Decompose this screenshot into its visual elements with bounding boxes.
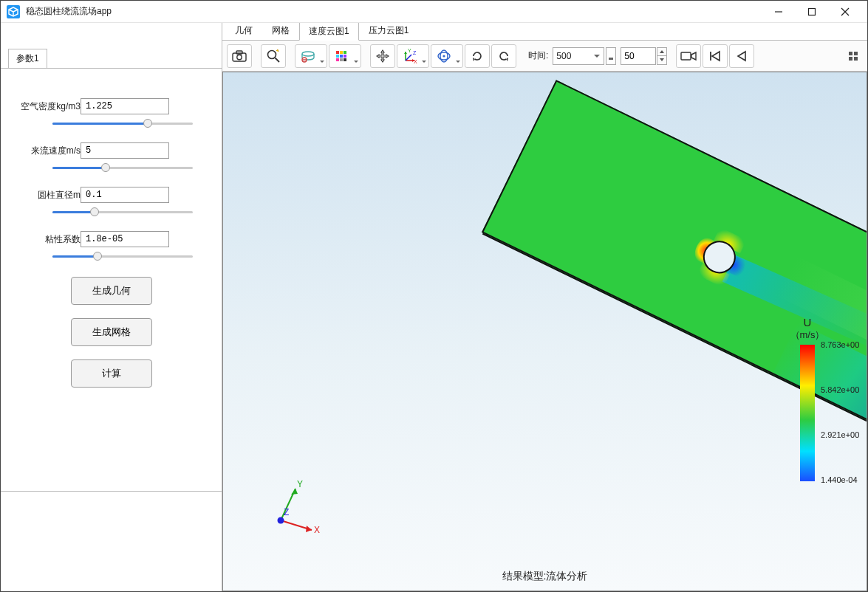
param-input-0[interactable] <box>81 98 169 114</box>
legend-title: U <box>763 316 852 328</box>
svg-point-7 <box>268 50 276 58</box>
svg-point-6 <box>237 55 242 59</box>
svg-marker-40 <box>712 52 720 61</box>
svg-rect-18 <box>336 58 339 61</box>
param-input-3[interactable] <box>81 231 169 247</box>
rotate-cw-button[interactable] <box>465 44 490 68</box>
legend-tick: 2.921e+00 <box>821 430 859 439</box>
axis-triad: X Y Z <box>267 480 327 539</box>
svg-rect-1 <box>808 8 815 15</box>
main-panel: 几何网格速度云图1压力云图1 <box>222 23 867 591</box>
svg-rect-16 <box>340 55 343 58</box>
screenshot-button[interactable] <box>227 44 252 68</box>
param-slider-2[interactable] <box>52 206 193 218</box>
svg-rect-15 <box>336 55 339 58</box>
svg-text:Z: Z <box>413 50 417 55</box>
calculate-button[interactable]: 计算 <box>71 359 152 388</box>
window-controls <box>762 1 861 22</box>
svg-rect-19 <box>340 58 343 61</box>
zoom-button[interactable] <box>261 44 286 68</box>
svg-rect-37 <box>681 52 691 60</box>
svg-marker-24 <box>404 52 407 54</box>
svg-text:Z: Z <box>284 507 289 517</box>
param-label: 粘性系数 <box>16 233 81 246</box>
legend-tick: 1.440e-04 <box>821 475 858 484</box>
colormap-button[interactable] <box>329 44 361 68</box>
param-label: 空气密度kg/m3 <box>16 100 81 113</box>
param-slider-3[interactable] <box>52 250 193 262</box>
param-slider-1[interactable] <box>52 162 193 173</box>
svg-rect-43 <box>854 52 858 55</box>
pan-button[interactable] <box>370 44 395 68</box>
rotate-mode-button[interactable] <box>431 44 463 68</box>
axis-orientation-button[interactable]: ZYX <box>397 44 429 68</box>
time-range-button[interactable] <box>606 47 616 65</box>
svg-line-8 <box>276 58 280 62</box>
minimize-button[interactable] <box>762 1 795 22</box>
svg-text:X: X <box>314 525 320 535</box>
viewer-toolbar: ZYX 时间: 500 <box>222 41 867 72</box>
result-caption: 结果模型:流体分析 <box>223 570 867 583</box>
app-icon <box>7 5 20 18</box>
view-style-button[interactable] <box>295 44 327 68</box>
svg-point-52 <box>278 517 284 524</box>
param-input-2[interactable] <box>81 187 169 203</box>
main-tabs: 几何网格速度云图1压力云图1 <box>222 23 867 41</box>
svg-text:X: X <box>414 59 417 63</box>
legend-tick: 5.842e+00 <box>821 385 859 394</box>
time-step-input[interactable] <box>621 47 656 65</box>
svg-rect-5 <box>236 51 242 54</box>
svg-point-9 <box>302 52 314 56</box>
svg-text:Y: Y <box>297 479 303 489</box>
toolbar-expand-icon[interactable] <box>847 49 860 63</box>
svg-line-25 <box>406 55 411 61</box>
svg-rect-42 <box>849 52 852 55</box>
svg-rect-45 <box>854 57 858 61</box>
main-tab-3[interactable]: 压力云图1 <box>359 23 419 40</box>
svg-marker-41 <box>738 52 745 61</box>
step-up-button[interactable] <box>657 47 667 56</box>
main-tab-0[interactable]: 几何 <box>225 23 262 40</box>
sidebar-content: 空气密度kg/m3 来流速度m/s 圆柱直径m 粘性系数 生成几何 生成网格 计… <box>1 69 222 591</box>
main-tab-1[interactable]: 网格 <box>262 23 299 40</box>
sidebar-tabs: 参数1 <box>1 49 222 69</box>
svg-marker-33 <box>506 58 508 61</box>
svg-rect-17 <box>344 55 346 58</box>
step-down-button[interactable] <box>657 56 667 65</box>
generate-geometry-button[interactable]: 生成几何 <box>71 277 152 305</box>
param-label: 圆柱直径m <box>16 189 81 202</box>
close-button[interactable] <box>828 1 861 22</box>
svg-rect-13 <box>340 51 343 54</box>
time-label: 时间: <box>528 49 548 62</box>
svg-marker-32 <box>473 58 475 61</box>
legend-tick: 8.763e+00 <box>821 340 859 349</box>
svg-rect-20 <box>344 58 346 61</box>
sidebar: 参数1 空气密度kg/m3 来流速度m/s 圆柱直径m 粘性系数 生成几何 生成… <box>1 23 222 591</box>
svg-text:Y: Y <box>408 49 411 53</box>
maximize-button[interactable] <box>795 1 828 22</box>
svg-rect-44 <box>849 57 852 61</box>
svg-marker-47 <box>306 526 312 532</box>
sidebar-tab-params[interactable]: 参数1 <box>8 49 47 68</box>
generate-mesh-button[interactable]: 生成网格 <box>71 318 152 346</box>
svg-marker-38 <box>691 52 696 60</box>
main-tab-2[interactable]: 速度云图1 <box>299 23 359 41</box>
rotate-ccw-button[interactable] <box>491 44 516 68</box>
first-frame-button[interactable] <box>703 44 728 68</box>
param-label: 来流速度m/s <box>16 145 81 157</box>
record-button[interactable] <box>676 44 701 68</box>
param-input-1[interactable] <box>81 142 169 159</box>
svg-rect-12 <box>336 51 339 54</box>
color-legend: U （m/s） 8.763e+005.842e+002.921e+001.440… <box>763 316 852 483</box>
svg-marker-35 <box>660 50 664 53</box>
prev-frame-button[interactable] <box>729 44 754 68</box>
param-slider-0[interactable] <box>52 117 193 129</box>
app-window: 稳态圆柱绕流流场app 参数1 空气密度kg/m3 来流速度m/s 圆柱直径m <box>0 0 868 592</box>
viewer-canvas[interactable]: X Y Z U （m/s） 8.763e+005.842e+002.921e+0… <box>222 72 867 591</box>
svg-rect-14 <box>344 51 346 54</box>
window-title: 稳态圆柱绕流流场app <box>26 5 762 18</box>
svg-rect-34 <box>609 58 613 60</box>
svg-point-31 <box>442 55 445 57</box>
time-select[interactable]: 500 <box>553 47 604 65</box>
titlebar: 稳态圆柱绕流流场app <box>1 1 867 23</box>
